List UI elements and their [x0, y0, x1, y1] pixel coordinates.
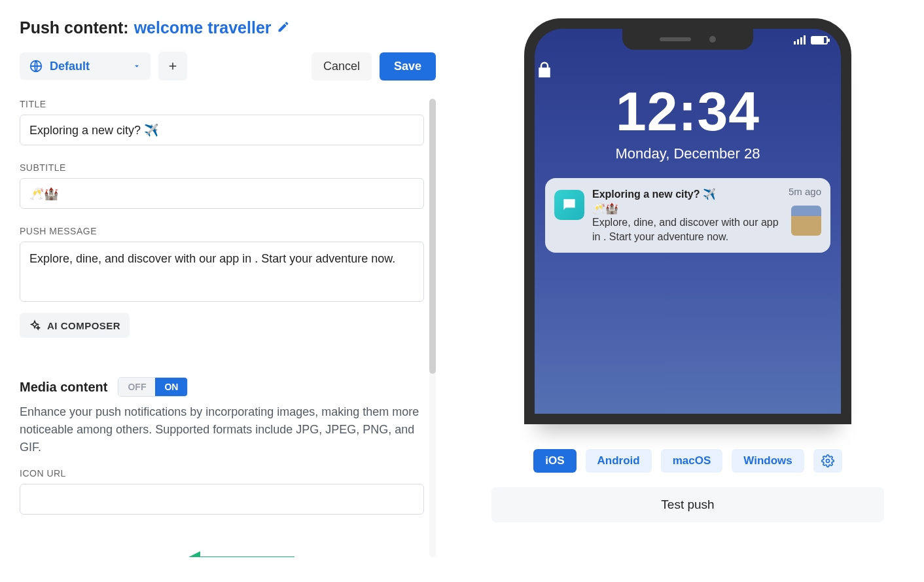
lock-icon	[535, 60, 841, 80]
ai-composer-label: AI COMPOSER	[47, 320, 120, 331]
locale-label: Default	[50, 60, 90, 73]
form-scroll: TITLE SUBTITLE PUSH MESSAGE AI COMPOSER	[20, 99, 436, 557]
message-label: PUSH MESSAGE	[20, 226, 424, 236]
editor-panel: Push content: welcome traveller Default …	[0, 0, 452, 582]
tab-macos[interactable]: macOS	[661, 449, 723, 473]
test-push-button[interactable]: Test push	[491, 487, 884, 522]
chevron-down-icon	[132, 62, 141, 71]
phone-frame: 12:34 Monday, December 28 Exploring a ne…	[524, 18, 851, 424]
lock-date: Monday, December 28	[535, 145, 841, 162]
notif-message: Explore, dine, and discover with our app…	[592, 215, 783, 244]
page-title-prefix: Push content:	[20, 18, 129, 37]
media-description: Enhance your push notifications by incor…	[20, 403, 424, 456]
title-input[interactable]	[20, 115, 424, 145]
notif-thumbnail	[791, 206, 821, 236]
icon-url-label: ICON URL	[20, 468, 424, 479]
gear-icon	[821, 454, 834, 467]
battery-icon	[811, 36, 828, 45]
tab-ios[interactable]: iOS	[533, 449, 576, 473]
preview-settings-button[interactable]	[813, 449, 842, 473]
page-title: Push content: welcome traveller	[20, 18, 436, 37]
ai-composer-button[interactable]: AI COMPOSER	[20, 313, 130, 338]
signal-icon	[794, 35, 806, 45]
phone-notch	[622, 29, 753, 50]
globe-icon	[29, 59, 43, 73]
svg-point-3	[826, 460, 829, 463]
media-heading: Media content	[20, 380, 107, 395]
scrollbar-track[interactable]	[429, 99, 436, 557]
phone-screen: 12:34 Monday, December 28 Exploring a ne…	[535, 29, 841, 414]
notification-card: Exploring a new city? ✈️ 🥂🏰 Explore, din…	[545, 178, 830, 253]
preview-panel: 12:34 Monday, December 28 Exploring a ne…	[452, 0, 924, 582]
status-bar	[794, 35, 828, 45]
tab-android[interactable]: Android	[586, 449, 652, 473]
message-name-link[interactable]: welcome traveller	[134, 18, 272, 37]
title-label: TITLE	[20, 99, 424, 109]
icon-url-input[interactable]	[20, 484, 424, 515]
subtitle-label: SUBTITLE	[20, 162, 424, 173]
platform-tabs: iOS Android macOS Windows	[533, 449, 842, 473]
svg-marker-2	[183, 551, 200, 557]
notif-title: Exploring a new city? ✈️	[592, 187, 783, 202]
edit-icon[interactable]	[277, 20, 290, 33]
cancel-button[interactable]: Cancel	[311, 52, 372, 81]
media-toggle-on[interactable]: ON	[155, 378, 187, 396]
toolbar: Default Cancel Save	[20, 52, 436, 81]
save-button[interactable]: Save	[380, 52, 436, 81]
scrollbar-thumb[interactable]	[429, 99, 436, 374]
add-locale-button[interactable]	[158, 52, 187, 81]
locale-select[interactable]: Default	[20, 52, 151, 80]
media-toggle-off[interactable]: OFF	[118, 378, 155, 396]
lock-time: 12:34	[535, 84, 841, 139]
tab-windows[interactable]: Windows	[732, 449, 804, 473]
app-icon	[554, 190, 584, 220]
annotation-arrow	[183, 547, 294, 557]
subtitle-input[interactable]	[20, 178, 424, 209]
notif-subtitle: 🥂🏰	[592, 202, 783, 216]
media-toggle[interactable]: OFF ON	[118, 377, 188, 397]
notif-time: 5m ago	[789, 186, 821, 197]
message-input[interactable]	[20, 242, 424, 302]
sparkle-icon	[29, 319, 41, 331]
